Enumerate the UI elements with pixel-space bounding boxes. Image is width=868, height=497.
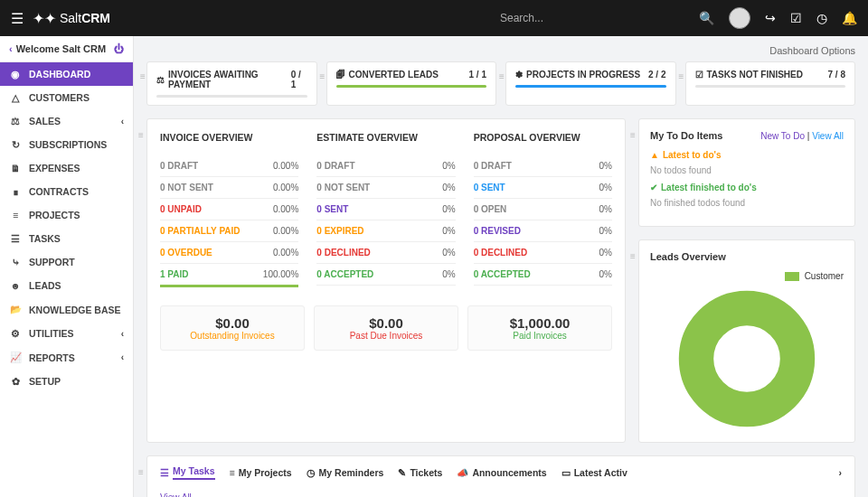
- overview-row[interactable]: 0 ACCEPTED0%: [316, 264, 455, 286]
- overview-row-label: 0 OVERDUE: [160, 248, 212, 258]
- power-icon[interactable]: ⏻: [114, 43, 124, 54]
- share-icon[interactable]: ↪: [765, 11, 776, 25]
- overview-row[interactable]: 0 REVISED0%: [474, 220, 612, 242]
- overview-row[interactable]: 0 UNPAID0.00%: [160, 199, 298, 220]
- overview-row[interactable]: 0 PARTIALLY PAID0.00%: [160, 220, 298, 242]
- drag-handle-icon[interactable]: ≡: [138, 130, 144, 140]
- overview-row[interactable]: 0 DECLINED0%: [474, 242, 612, 264]
- kpi-card: ≡☑TASKS NOT FINISHED7 / 8: [685, 61, 856, 106]
- new-todo-link[interactable]: New To Do: [760, 131, 805, 141]
- overview-row[interactable]: 0 DRAFT0%: [316, 155, 455, 177]
- welcome-bar: ‹Welcome Salt CRM ⏻: [0, 36, 133, 62]
- sidebar-item-contracts[interactable]: ∎CONTRACTS: [0, 180, 133, 203]
- tab-announcements[interactable]: 📣Announcements: [457, 467, 546, 479]
- brand-bold: CRM: [81, 11, 110, 25]
- nav-icon: ↻: [9, 139, 22, 150]
- kpi-card: ≡🗐CONVERTED LEADS1 / 1: [326, 61, 497, 106]
- chevron-left-icon: ‹: [121, 117, 124, 127]
- nav-icon: 🗎: [9, 163, 22, 173]
- nav-icon: ⚖: [9, 116, 22, 127]
- tab-icon: 📣: [457, 467, 468, 479]
- leads-card: ≡ Leads Overview Customer: [638, 239, 855, 443]
- overview-row[interactable]: 0 EXPIRED0%: [316, 220, 455, 242]
- sidebar-item-dashboard[interactable]: ◉DASHBOARD: [0, 62, 133, 86]
- nav-icon: ✿: [9, 376, 22, 387]
- overview-row[interactable]: 0 NOT SENT0%: [316, 177, 455, 199]
- chevron-right-icon[interactable]: ›: [839, 467, 843, 478]
- overview-row[interactable]: 0 ACCEPTED0%: [474, 264, 612, 286]
- menu-toggle-icon[interactable]: ☰: [11, 10, 24, 27]
- nav-label: LEADS: [29, 280, 61, 291]
- drag-handle-icon[interactable]: ≡: [679, 71, 684, 81]
- overview-column: INVOICE OVERVIEW0 DRAFT0.00%0 NOT SENT0.…: [160, 132, 298, 287]
- nav-label: KNOWLEDGE BASE: [29, 305, 121, 315]
- nav-label: SETUP: [29, 376, 61, 387]
- overview-title: ESTIMATE OVERVIEW: [316, 132, 455, 143]
- search-input[interactable]: [500, 12, 681, 24]
- clock-icon[interactable]: ◷: [816, 11, 827, 25]
- drag-handle-icon[interactable]: ≡: [499, 71, 505, 81]
- main-content: Dashboard Options ≡⚖INVOICES AWAITING PA…: [134, 36, 868, 497]
- overview-row[interactable]: 0 DRAFT0.00%: [160, 155, 298, 177]
- tab-label: My Tasks: [173, 465, 215, 480]
- tab-tickets[interactable]: ✎Tickets: [398, 467, 442, 478]
- sidebar-item-customers[interactable]: △CUSTOMERS: [0, 86, 133, 109]
- tabs-view-all-link[interactable]: View All: [160, 492, 842, 497]
- nav-icon: ⤷: [9, 257, 22, 267]
- overview-column: PROPOSAL OVERVIEW0 DRAFT0%0 SENT0%0 OPEN…: [474, 132, 612, 287]
- sidebar-item-setup[interactable]: ✿SETUP: [0, 370, 133, 393]
- tab-latest-activ[interactable]: ▭Latest Activ: [561, 467, 627, 478]
- brand-logo[interactable]: ✦✦ SaltCRM: [33, 10, 110, 27]
- tab-my-reminders[interactable]: ◷My Reminders: [307, 467, 384, 478]
- sidebar-item-sales[interactable]: ⚖SALES‹: [0, 109, 133, 133]
- total-value: $0.00: [324, 315, 448, 331]
- overview-row[interactable]: 1 PAID100.00%: [160, 264, 298, 287]
- sidebar-item-knowledge-base[interactable]: 📂KNOWLEDGE BASE: [0, 297, 133, 322]
- drag-handle-icon[interactable]: ≡: [138, 467, 144, 477]
- check-icon[interactable]: ☑: [790, 11, 802, 25]
- nav-label: PROJECTS: [29, 210, 80, 220]
- overview-row[interactable]: 0 DECLINED0%: [316, 242, 455, 264]
- todo-card: ≡ My To Do Items New To Do | View All ▲L…: [638, 118, 855, 227]
- topbar: ☰ ✦✦ SaltCRM 🔍 ↪ ☑ ◷ 🔔: [0, 0, 868, 36]
- avatar[interactable]: [729, 7, 750, 29]
- search-icon[interactable]: 🔍: [699, 11, 714, 25]
- overview-row-label: 0 OPEN: [474, 204, 507, 214]
- sidebar-item-utilities[interactable]: ⚙UTILITIES‹: [0, 322, 133, 345]
- overview-row[interactable]: 0 SENT0%: [316, 199, 455, 220]
- tab-my-projects[interactable]: ≡My Projects: [230, 467, 292, 478]
- drag-handle-icon[interactable]: ≡: [320, 71, 326, 81]
- overview-row-pct: 0%: [442, 183, 455, 192]
- nav-label: CUSTOMERS: [29, 92, 90, 103]
- sidebar-item-projects[interactable]: ≡PROJECTS: [0, 203, 133, 227]
- total-value: $0.00: [170, 315, 295, 331]
- nav-label: SALES: [29, 116, 61, 127]
- drag-handle-icon[interactable]: ≡: [630, 251, 636, 261]
- bell-icon[interactable]: 🔔: [842, 11, 857, 25]
- dashboard-options-link[interactable]: Dashboard Options: [146, 45, 855, 56]
- kpi-value: 0 / 1: [291, 70, 307, 89]
- sidebar-item-expenses[interactable]: 🗎EXPENSES: [0, 156, 133, 180]
- overview-row-pct: 0%: [599, 204, 612, 214]
- total-label: Paid Invoices: [477, 331, 602, 341]
- drag-handle-icon[interactable]: ≡: [140, 71, 146, 81]
- sidebar-item-reports[interactable]: 📈REPORTS‹: [0, 345, 133, 370]
- sidebar-item-support[interactable]: ⤷SUPPORT: [0, 250, 133, 274]
- kpi-title: CONVERTED LEADS: [349, 70, 439, 80]
- todo-sec1-title: Latest to do's: [663, 150, 722, 160]
- tab-icon: ✎: [398, 467, 406, 478]
- overview-row[interactable]: 0 OPEN0%: [474, 199, 612, 220]
- drag-handle-icon[interactable]: ≡: [630, 130, 636, 140]
- overview-row[interactable]: 0 DRAFT0%: [474, 155, 612, 177]
- overview-row-pct: 0%: [599, 161, 612, 171]
- sidebar-item-tasks[interactable]: ☰TASKS: [0, 227, 133, 250]
- nav-label: UTILITIES: [29, 328, 74, 339]
- overview-row[interactable]: 0 NOT SENT0.00%: [160, 177, 298, 199]
- tab-my-tasks[interactable]: ☰My Tasks: [160, 465, 215, 480]
- sidebar-item-subscriptions[interactable]: ↻SUBSCRIPTIONS: [0, 133, 133, 156]
- overview-row[interactable]: 0 OVERDUE0.00%: [160, 242, 298, 264]
- view-all-todos-link[interactable]: View All: [812, 131, 844, 141]
- overview-row-label: 0 DECLINED: [316, 248, 370, 258]
- overview-row[interactable]: 0 SENT0%: [474, 177, 612, 199]
- sidebar-item-leads[interactable]: ☻LEADS: [0, 274, 133, 297]
